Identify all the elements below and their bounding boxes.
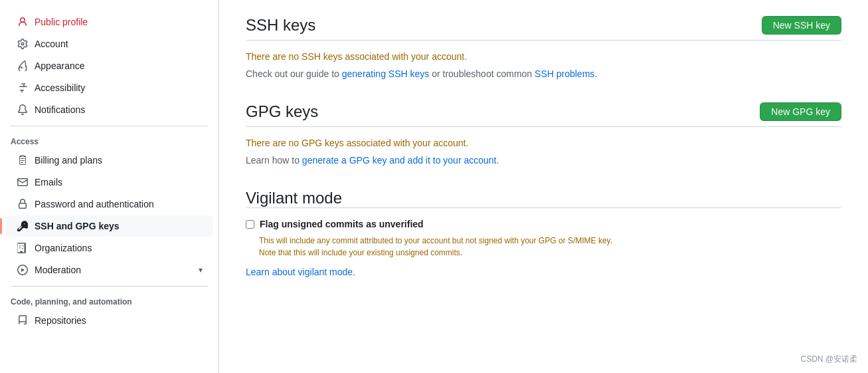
- sidebar-item-label: Password and authentication: [35, 199, 203, 209]
- gpg-guide-text: Learn how to generate a GPG key and add …: [246, 154, 841, 168]
- vigilant-section-divider: [246, 207, 841, 208]
- new-ssh-key-button[interactable]: New SSH key: [762, 16, 841, 35]
- ssh-no-keys-text: There are no SSH keys associated with yo…: [246, 51, 841, 62]
- gpg-guide-prefix: Learn how to: [246, 155, 302, 166]
- sidebar-item-password[interactable]: Password and authentication: [5, 193, 213, 215]
- vigilant-checkbox-desc: This will include any commit attributed …: [259, 235, 841, 259]
- sidebar-item-billing[interactable]: Billing and plans: [5, 150, 213, 171]
- learn-vigilant-link[interactable]: Learn about vigilant mode.: [246, 267, 355, 277]
- vigilant-mode-title: Vigilant mode: [246, 189, 841, 207]
- sidebar-item-label: Moderation: [35, 265, 199, 275]
- billing-icon: [16, 154, 29, 167]
- sidebar: Public profile Account Appearance Access…: [0, 0, 219, 373]
- sidebar-item-emails[interactable]: Emails: [5, 172, 213, 193]
- new-gpg-key-button[interactable]: New GPG key: [760, 102, 841, 121]
- vigilant-checkbox[interactable]: [246, 220, 254, 229]
- sidebar-section-code: Code, planning, and automation: [0, 292, 218, 309]
- gpg-no-keys-text: There are no GPG keys associated with yo…: [246, 138, 841, 148]
- ssh-guide-text: Check out our guide to generating SSH ke…: [246, 67, 841, 81]
- vigilant-desc-1: This will include any commit attributed …: [259, 236, 612, 245]
- paintbrush-icon: [16, 59, 29, 72]
- sidebar-item-accessibility[interactable]: Accessibility: [5, 77, 213, 98]
- ssh-keys-section: SSH keys New SSH key There are no SSH ke…: [246, 16, 841, 81]
- ssh-section-divider: [246, 40, 841, 41]
- sidebar-item-ssh-gpg[interactable]: SSH and GPG keys: [5, 215, 213, 237]
- gpg-keys-header: GPG keys New GPG key: [246, 102, 841, 121]
- repo-icon: [16, 314, 29, 327]
- ssh-keys-header: SSH keys New SSH key: [246, 16, 841, 35]
- vigilant-checkbox-label: Flag unsigned commits as unverified: [260, 219, 424, 229]
- gpg-keys-section: GPG keys New GPG key There are no GPG ke…: [246, 102, 841, 168]
- ssh-keys-title: SSH keys: [246, 16, 315, 35]
- sidebar-item-notifications[interactable]: Notifications: [5, 99, 213, 120]
- sidebar-item-account[interactable]: Account: [5, 33, 213, 55]
- sidebar-item-label: Account: [35, 39, 203, 49]
- person-icon: [16, 15, 29, 29]
- sidebar-item-label: Public profile: [35, 17, 203, 27]
- sidebar-item-public-profile[interactable]: Public profile: [5, 11, 213, 33]
- ssh-guide-suffix: .: [594, 68, 597, 79]
- sidebar-item-moderation[interactable]: Moderation ▾: [5, 259, 213, 281]
- sidebar-item-label: Notifications: [35, 104, 203, 115]
- gpg-guide-suffix: .: [496, 155, 499, 166]
- main-content: SSH keys New SSH key There are no SSH ke…: [219, 0, 868, 373]
- gpg-section-divider: [246, 126, 841, 127]
- chevron-down-icon: ▾: [199, 265, 203, 275]
- ssh-guide-link1[interactable]: generating SSH keys: [342, 68, 430, 79]
- gpg-keys-title: GPG keys: [246, 102, 318, 121]
- sidebar-item-label: Emails: [35, 177, 203, 187]
- gear-icon: [16, 37, 29, 51]
- sidebar-item-appearance[interactable]: Appearance: [5, 55, 213, 76]
- sidebar-item-label: Organizations: [35, 243, 203, 253]
- ssh-guide-prefix: Check out our guide to: [246, 68, 342, 79]
- sidebar-divider-1: [11, 126, 208, 126]
- ssh-guide-between: or troubleshoot common: [429, 68, 535, 79]
- vigilant-mode-section: Vigilant mode Flag unsigned commits as u…: [246, 189, 841, 277]
- watermark: CSDN @安诺柔: [800, 354, 857, 365]
- gpg-guide-link1[interactable]: generate a GPG key and add it to your ac…: [302, 155, 497, 166]
- bell-icon: [16, 103, 29, 116]
- org-icon: [16, 241, 29, 255]
- sidebar-section-access: Access: [0, 132, 218, 149]
- learn-link-container: Learn about vigilant mode.: [246, 267, 841, 277]
- sidebar-item-label: Billing and plans: [35, 155, 203, 166]
- vigilant-desc-2: Note that this will include your existin…: [259, 248, 462, 257]
- key-icon: [16, 219, 29, 233]
- accessibility-icon: [16, 81, 29, 94]
- sidebar-item-label: SSH and GPG keys: [35, 221, 203, 231]
- ssh-guide-link2[interactable]: SSH problems: [535, 68, 594, 79]
- lock-icon: [16, 197, 29, 211]
- sidebar-item-organizations[interactable]: Organizations: [5, 237, 213, 259]
- email-icon: [16, 176, 29, 189]
- moderation-icon: [16, 263, 29, 277]
- sidebar-item-label: Accessibility: [35, 82, 203, 93]
- sidebar-divider-2: [11, 286, 208, 287]
- sidebar-item-label: Appearance: [35, 61, 203, 71]
- sidebar-item-repositories[interactable]: Repositories: [5, 310, 213, 331]
- sidebar-item-label: Repositories: [35, 315, 203, 326]
- vigilant-checkbox-row: Flag unsigned commits as unverified: [246, 219, 841, 229]
